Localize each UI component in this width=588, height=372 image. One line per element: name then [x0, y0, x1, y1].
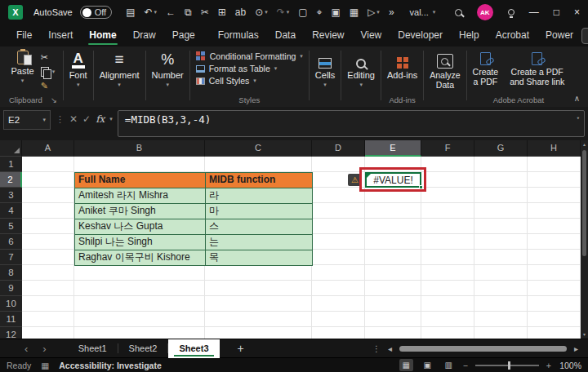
comments-button[interactable]: Comments: [581, 28, 588, 44]
cell-c7[interactable]: 목: [206, 250, 313, 266]
cell-b5[interactable]: Keshav 나스 Gupta: [75, 219, 206, 235]
row-header-4[interactable]: 4: [0, 203, 22, 219]
conditional-formatting-button[interactable]: Conditional Formatting ▾: [196, 51, 303, 61]
vertical-scroll-thumb[interactable]: [582, 150, 586, 256]
autosave-toggle[interactable]: Off: [80, 6, 112, 19]
horizontal-scroll-thumb[interactable]: [399, 346, 567, 352]
tab-home[interactable]: Home: [81, 24, 124, 46]
scroll-up-icon[interactable]: ▴: [583, 140, 586, 148]
tab-formulas[interactable]: Formulas: [210, 24, 267, 46]
macro-record-icon[interactable]: ▦: [41, 361, 49, 370]
cell-c5[interactable]: 스: [206, 219, 313, 235]
cell-b3[interactable]: Amitesh 라지 Mishra: [75, 188, 206, 204]
zoom-level[interactable]: 100%: [559, 361, 581, 370]
minimize-button[interactable]: —: [529, 7, 539, 18]
excel-logo-icon[interactable]: X: [8, 5, 23, 20]
cut-button[interactable]: ✂: [41, 52, 56, 63]
tab-acrobat[interactable]: Acrobat: [488, 24, 537, 46]
close-button[interactable]: ×: [574, 7, 580, 18]
tab-file[interactable]: File: [8, 24, 40, 46]
formula-input[interactable]: =MIDB(B3,3,-4) ▾: [118, 110, 585, 137]
cut-icon[interactable]: ✂: [201, 7, 209, 18]
addins-button[interactable]: Add-ins: [387, 51, 417, 80]
column-header-b[interactable]: B: [74, 140, 205, 157]
analyze-data-button[interactable]: Analyze Data: [430, 51, 460, 90]
row-header-10[interactable]: 10: [0, 296, 22, 312]
collapse-ribbon-icon[interactable]: ∧: [574, 94, 580, 103]
row-header-6[interactable]: 6: [0, 234, 22, 250]
cell-c3[interactable]: 라: [206, 188, 313, 204]
scroll-down-icon[interactable]: ▾: [583, 330, 586, 339]
name-box[interactable]: E2 ▾: [3, 110, 51, 130]
tab-view[interactable]: View: [352, 24, 390, 46]
tab-review[interactable]: Review: [304, 24, 352, 46]
find-replace-icon[interactable]: ab: [235, 7, 246, 18]
next-sheet-icon[interactable]: ›: [42, 343, 46, 355]
format-as-table-button[interactable]: Format as Table ▾: [196, 64, 278, 73]
scroll-left-icon[interactable]: ◂: [388, 344, 392, 353]
row-header-9[interactable]: 9: [0, 281, 22, 296]
back-icon[interactable]: ←: [166, 7, 176, 18]
sheet-menu-icon[interactable]: ⋮: [372, 344, 381, 353]
paste-picture-icon[interactable]: ⊞: [218, 7, 226, 18]
touch-mode-button[interactable]: ⊙ ▾: [255, 7, 268, 18]
row-header-5[interactable]: 5: [0, 219, 22, 234]
tab-data[interactable]: Data: [267, 24, 304, 46]
vertical-scrollbar[interactable]: ▴ ▾: [581, 140, 588, 339]
cell-b2[interactable]: Full Name: [75, 173, 206, 188]
cell-styles-button[interactable]: Cell Styles ▾: [196, 76, 256, 86]
zoom-out-button[interactable]: −: [463, 361, 468, 370]
zoom-slider[interactable]: [475, 365, 539, 366]
selected-cell-e2[interactable]: #VALUE!: [365, 172, 421, 188]
row-header-12[interactable]: 12: [0, 327, 22, 339]
enter-icon[interactable]: ✓: [82, 110, 91, 125]
new-file-icon[interactable]: ▢: [298, 7, 307, 18]
cells-button[interactable]: Cells ▾: [315, 51, 335, 88]
zoom-slider-thumb[interactable]: [508, 361, 510, 370]
accessibility-status[interactable]: Accessibility: Investigate: [59, 361, 161, 370]
scroll-right-icon[interactable]: ▸: [574, 344, 578, 353]
cell-c6[interactable]: 는: [206, 235, 313, 250]
row-header-1[interactable]: 1: [0, 157, 22, 172]
flowchart-button[interactable]: ▷ ▾: [368, 7, 380, 18]
cell-b7[interactable]: Raghav 이목구비 Kishore: [75, 250, 206, 266]
column-header-h[interactable]: H: [528, 140, 581, 157]
tab-developer[interactable]: Developer: [390, 24, 451, 46]
sheet-tab-sheet2[interactable]: Sheet2: [118, 339, 168, 358]
sheet-tab-sheet3[interactable]: Sheet3: [168, 339, 219, 358]
tab-insert[interactable]: Insert: [40, 24, 81, 46]
paste-button[interactable]: Paste ▾: [11, 51, 33, 84]
lightbulb-icon[interactable]: [508, 9, 514, 16]
insert-function-icon[interactable]: fx: [96, 110, 105, 125]
tab-draw[interactable]: Draw: [125, 24, 164, 46]
number-button[interactable]: % Number ▾: [152, 51, 184, 88]
cell-b6[interactable]: Shilpi 나는 Singh: [75, 235, 206, 250]
row-header-8[interactable]: 8: [0, 265, 22, 281]
expand-formula-bar-icon[interactable]: ▾: [577, 115, 580, 122]
column-header-f[interactable]: F: [421, 140, 474, 157]
fill-handle[interactable]: [419, 185, 423, 189]
dialog-launcher-icon[interactable]: ↘: [51, 95, 57, 104]
row-header-3[interactable]: 3: [0, 188, 22, 203]
create-pdf-share-button[interactable]: Create a PDF and Share link: [510, 52, 564, 86]
page-layout-view-button[interactable]: ▣: [421, 359, 434, 371]
pin-icon[interactable]: ⌖: [317, 7, 323, 18]
lookup-icon[interactable]: ▦: [350, 7, 359, 18]
camera-icon[interactable]: ▣: [331, 7, 340, 18]
save-icon[interactable]: ▤: [126, 7, 135, 18]
error-trace-button[interactable]: ⚠: [348, 174, 362, 186]
maximize-button[interactable]: □: [554, 7, 559, 18]
column-header-g[interactable]: G: [474, 140, 528, 157]
undo-button[interactable]: ↶ ▾: [145, 7, 158, 18]
row-header-2[interactable]: 2: [0, 172, 22, 188]
new-sheet-button[interactable]: +: [238, 342, 244, 355]
more-commands-icon[interactable]: »: [389, 7, 394, 18]
column-header-a[interactable]: A: [22, 140, 74, 157]
cell-b4[interactable]: Aniket 쿠마 Singh: [75, 204, 206, 219]
copy-button[interactable]: ▾: [41, 67, 56, 77]
column-header-d[interactable]: D: [312, 140, 365, 157]
tab-page-layout[interactable]: Page Layout: [164, 24, 210, 46]
select-all-corner[interactable]: [0, 140, 22, 157]
cancel-icon[interactable]: ✕: [69, 110, 78, 125]
row-header-11[interactable]: 11: [0, 312, 22, 327]
